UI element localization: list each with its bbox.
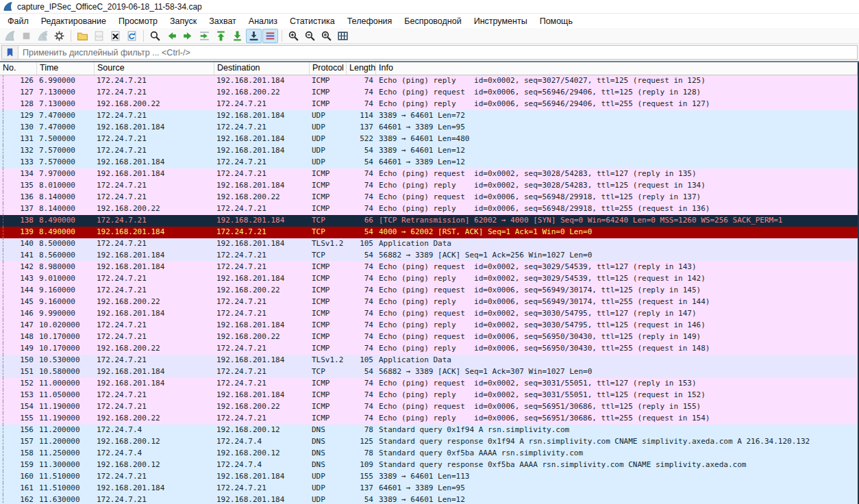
cell-gutter	[3, 250, 10, 262]
column-header-no[interactable]: No.	[0, 62, 37, 75]
close-file-button[interactable]	[108, 29, 123, 43]
zoom-out-button[interactable]	[302, 29, 318, 43]
cell-gutter	[3, 448, 10, 459]
menu-telephony[interactable]: Телефония	[341, 15, 399, 27]
menu-wireless[interactable]: Беспроводной	[398, 15, 467, 27]
packet-row[interactable]: 15611.200000172.24.7.4192.168.200.12DNS7…	[0, 425, 858, 436]
auto-scroll-button[interactable]	[246, 29, 262, 43]
column-header-length[interactable]: Length	[347, 62, 376, 75]
packet-row[interactable]: 15211.000000192.168.201.184172.24.7.21IC…	[0, 378, 858, 390]
cell-info: 3389 → 64601 Len=12	[376, 145, 858, 157]
menu-edit[interactable]: Редактирование	[35, 15, 112, 27]
packet-row[interactable]: 1459.160000192.168.200.22172.24.7.21ICMP…	[0, 297, 858, 308]
cell-info: 3389 → 64601 Len=12	[376, 494, 858, 504]
cell-gutter	[3, 157, 10, 168]
cell-time: 10.530000	[37, 355, 95, 366]
packet-row[interactable]: 1287.130000192.168.200.22172.24.7.21ICMP…	[0, 99, 858, 110]
cell-info: Echo (ping) reply id=0x0006, seq=56950/3…	[376, 343, 858, 355]
packet-row[interactable]: 1358.010000172.24.7.21192.168.201.184ICM…	[0, 180, 858, 192]
cell-dst: 192.168.201.184	[214, 134, 310, 145]
cell-len: 54	[347, 145, 376, 157]
packet-row[interactable]: 1439.010000172.24.7.21192.168.201.184ICM…	[0, 273, 858, 285]
filter-bookmark-button[interactable]	[2, 46, 18, 59]
cell-src: 172.24.7.21	[95, 134, 214, 145]
go-last-button[interactable]	[229, 29, 245, 43]
find-packet-button[interactable]	[147, 29, 163, 43]
packet-row[interactable]: 15811.250000172.24.7.4192.168.200.12DNS7…	[0, 448, 858, 459]
capture-options-button[interactable]	[51, 29, 67, 43]
packet-row[interactable]: 1327.570000172.24.7.21192.168.201.184UDP…	[0, 145, 858, 157]
packet-row[interactable]: 1428.980000192.168.201.184172.24.7.21ICM…	[0, 262, 858, 273]
packet-row[interactable]: 1469.990000192.168.201.184172.24.7.21ICM…	[0, 308, 858, 320]
reload-file-button[interactable]	[124, 29, 140, 43]
close-file-icon	[110, 30, 121, 42]
packet-row[interactable]: 1297.470000172.24.7.21192.168.201.184UDP…	[0, 110, 858, 122]
menu-file[interactable]: Файл	[1, 15, 35, 27]
go-forward-button[interactable]	[180, 29, 196, 43]
display-filter-input[interactable]	[18, 46, 857, 59]
packet-row[interactable]: 14810.170000172.24.7.21192.168.200.22ICM…	[0, 331, 858, 343]
cell-no: 160	[10, 471, 37, 483]
menu-capture[interactable]: Захват	[203, 15, 242, 27]
cell-src: 192.168.201.184	[95, 483, 214, 494]
packet-row[interactable]: 1408.500000172.24.7.21192.168.201.184TLS…	[0, 238, 858, 250]
cell-dst: 192.168.201.184	[214, 355, 310, 366]
packet-row[interactable]: 16111.510000192.168.201.184172.24.7.21UD…	[0, 483, 858, 494]
cell-proto: ICMP	[310, 401, 347, 413]
menu-analyze[interactable]: Анализ	[242, 15, 284, 27]
column-header-info[interactable]: Info	[376, 62, 858, 75]
cell-proto: ICMP	[310, 262, 347, 273]
packet-row[interactable]: 16211.630000172.24.7.21192.168.201.184UD…	[0, 494, 858, 504]
packet-row[interactable]: 15311.050000172.24.7.21192.168.201.184IC…	[0, 390, 858, 401]
cell-time: 8.560000	[37, 250, 95, 262]
resize-columns-button[interactable]	[335, 29, 351, 43]
menu-tools[interactable]: Инструменты	[468, 15, 534, 27]
packet-row[interactable]: 1317.500000172.24.7.21192.168.201.184UDP…	[0, 134, 858, 145]
packet-row[interactable]: 15511.190000192.168.200.22172.24.7.21ICM…	[0, 413, 858, 425]
packet-list[interactable]: 1266.990000172.24.7.21192.168.201.184ICM…	[0, 75, 858, 504]
cell-info: Echo (ping) request id=0x0006, seq=56946…	[376, 87, 858, 99]
column-header-protocol[interactable]: Protocol	[310, 62, 347, 75]
cell-len: 74	[347, 99, 376, 110]
packet-row[interactable]: 15911.300000192.168.200.12172.24.7.4DNS1…	[0, 459, 858, 471]
go-first-button[interactable]	[213, 29, 229, 43]
packet-row[interactable]: 1307.470000192.168.201.184172.24.7.21UDP…	[0, 122, 858, 134]
column-header-time[interactable]: Time	[37, 62, 95, 75]
packet-row[interactable]: 1418.560000192.168.201.184172.24.7.21TCP…	[0, 250, 858, 262]
packet-row[interactable]: 1347.970000192.168.201.184172.24.7.21ICM…	[0, 168, 858, 180]
cell-time: 10.170000	[37, 343, 95, 355]
packet-row[interactable]: 15110.580000192.168.201.184172.24.7.21TC…	[0, 366, 858, 378]
packet-row[interactable]: 1277.130000172.24.7.21192.168.200.22ICMP…	[0, 87, 858, 99]
menu-help[interactable]: Помощь	[534, 15, 579, 27]
colorize-button[interactable]	[262, 29, 278, 43]
zoom-in-button[interactable]	[286, 29, 301, 43]
cell-gutter	[3, 471, 10, 483]
packet-row[interactable]: 1378.140000192.168.200.22172.24.7.21ICMP…	[0, 203, 858, 215]
packet-row[interactable]: 1398.490000192.168.201.184172.24.7.21TCP…	[0, 227, 858, 238]
packet-row[interactable]: 14710.020000172.24.7.21192.168.201.184IC…	[0, 320, 858, 331]
packet-row[interactable]: 1368.140000172.24.7.21192.168.200.22ICMP…	[0, 192, 858, 203]
cell-time: 10.020000	[37, 320, 95, 331]
packet-row[interactable]: 1337.570000192.168.201.184172.24.7.21UDP…	[0, 157, 858, 168]
menu-go[interactable]: Запуск	[164, 15, 203, 27]
packet-row[interactable]: 16011.510000172.24.7.21192.168.201.184UD…	[0, 471, 858, 483]
packet-row[interactable]: 14910.170000192.168.200.22172.24.7.21ICM…	[0, 343, 858, 355]
cell-time: 11.190000	[37, 413, 95, 425]
packet-row[interactable]: 15411.190000172.24.7.21192.168.200.22ICM…	[0, 401, 858, 413]
packet-row[interactable]: 15010.530000172.24.7.21192.168.201.184TL…	[0, 355, 858, 366]
packet-row[interactable]: 1449.160000172.24.7.21192.168.200.22ICMP…	[0, 285, 858, 297]
column-header-source[interactable]: Source	[95, 62, 214, 75]
column-header-destination[interactable]: Destination	[214, 62, 310, 75]
go-to-packet-button[interactable]	[197, 29, 212, 43]
menu-statistics[interactable]: Статистика	[284, 15, 341, 27]
packet-row[interactable]: 1266.990000172.24.7.21192.168.201.184ICM…	[0, 75, 858, 87]
menu-view[interactable]: Просмотр	[112, 15, 164, 27]
cell-src: 192.168.200.22	[95, 413, 214, 425]
go-back-button[interactable]	[164, 29, 179, 43]
zoom-normal-button[interactable]	[319, 29, 334, 43]
open-file-button[interactable]	[75, 29, 90, 43]
packet-row[interactable]: 1388.490000172.24.7.21192.168.201.184TCP…	[0, 215, 858, 227]
packet-row[interactable]: 15711.200000192.168.200.12172.24.7.4DNS1…	[0, 436, 858, 448]
cell-src: 172.24.7.21	[95, 145, 214, 157]
cell-proto: ICMP	[310, 297, 347, 308]
